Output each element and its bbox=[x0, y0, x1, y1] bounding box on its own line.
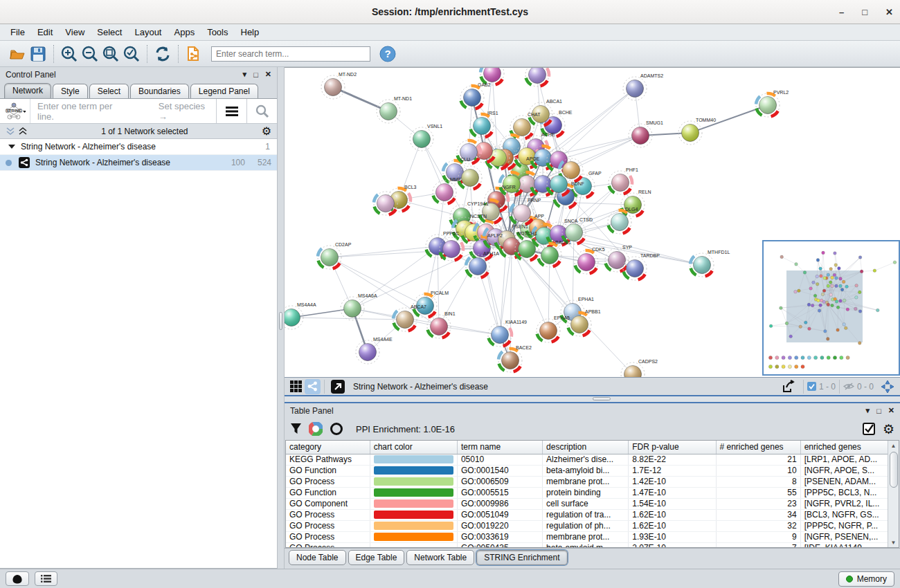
tab-edge-table[interactable]: Edge Table bbox=[348, 550, 405, 565]
chart-color-cell[interactable] bbox=[370, 487, 457, 498]
collapse-all-icon[interactable] bbox=[6, 127, 15, 136]
cell[interactable]: 34 bbox=[716, 509, 800, 520]
cell[interactable]: GO:0019220 bbox=[457, 520, 542, 531]
network-canvas[interactable]: MT-ND2MT-ND1VSNL1GAB2IRS1CHATBCHEACHEAPO… bbox=[285, 67, 900, 377]
cell[interactable]: 9 bbox=[716, 531, 800, 542]
column-header--enriched-genes[interactable]: # enriched genes bbox=[716, 441, 800, 454]
cell[interactable]: [BCL3, NGFR, GS... bbox=[800, 509, 889, 520]
network-options-gear-icon[interactable]: ⚙ bbox=[262, 125, 271, 138]
cell[interactable]: 8.82E-22 bbox=[629, 454, 716, 465]
checkbox-icon[interactable] bbox=[807, 382, 816, 391]
tab-legend-panel[interactable]: Legend Panel bbox=[190, 84, 258, 98]
column-header-FDR-p-value[interactable]: FDR p-value bbox=[629, 441, 716, 454]
cell[interactable]: GO Process bbox=[286, 531, 370, 542]
cell[interactable]: GO Function bbox=[286, 487, 370, 498]
table-row[interactable]: GO ComponentGO:0009986cell surface1.54E-… bbox=[286, 498, 890, 509]
network-node-cadps2[interactable] bbox=[621, 362, 645, 377]
network-node-mt-nd1[interactable] bbox=[377, 100, 400, 123]
cell[interactable]: 23 bbox=[716, 498, 800, 509]
cell[interactable]: GO:0006509 bbox=[457, 476, 542, 487]
cell[interactable]: GO Process bbox=[286, 476, 370, 487]
network-node-adamts2[interactable] bbox=[623, 77, 647, 100]
tab-network-table[interactable]: Network Table bbox=[406, 550, 474, 565]
table-row[interactable]: GO ProcessGO:0050435beta-amyloid m...2.0… bbox=[286, 542, 890, 548]
cell[interactable]: beta-amyloid bi... bbox=[543, 465, 629, 476]
fullscreen-view-button[interactable] bbox=[328, 379, 348, 394]
network-edge[interactable] bbox=[399, 139, 422, 200]
panel-menu-icon[interactable]: ▾ bbox=[243, 70, 247, 79]
cell[interactable]: 55 bbox=[716, 487, 800, 498]
chart-color-cell[interactable] bbox=[370, 531, 457, 542]
cell[interactable]: protein binding bbox=[543, 487, 629, 498]
cell[interactable]: [NGFR, PSENEN,... bbox=[800, 531, 889, 542]
cell[interactable]: KEGG Pathways bbox=[286, 454, 370, 465]
menu-tools[interactable]: Tools bbox=[201, 25, 234, 39]
cell[interactable]: GO Component bbox=[286, 498, 370, 509]
cell[interactable]: [PSENEN, ADAM... bbox=[800, 476, 889, 487]
scroll-thumb[interactable] bbox=[890, 452, 898, 488]
enrichment-table[interactable]: categorychart colorterm namedescriptionF… bbox=[286, 441, 890, 548]
chart-color-cell[interactable] bbox=[370, 542, 457, 548]
column-header-term-name[interactable]: term name bbox=[457, 441, 542, 454]
column-header-description[interactable]: description bbox=[543, 441, 629, 454]
cell[interactable]: 1.62E-10 bbox=[629, 509, 716, 520]
birdseye-toggle-button[interactable] bbox=[878, 379, 897, 394]
close-button[interactable]: ✕ bbox=[885, 7, 893, 17]
draw-charts-icon[interactable] bbox=[309, 422, 323, 436]
app-manager-button[interactable] bbox=[6, 571, 29, 586]
open-file-button[interactable] bbox=[7, 44, 28, 64]
scroll-up-arrow[interactable]: ▲ bbox=[889, 441, 899, 450]
maximize-button[interactable]: □ bbox=[862, 7, 867, 17]
network-node[interactable] bbox=[521, 68, 553, 91]
cell[interactable]: GO Function bbox=[286, 465, 370, 476]
cell[interactable]: membrane prot... bbox=[543, 476, 629, 487]
string-source-dropdown[interactable]: STRING bbox=[0, 99, 30, 123]
cell[interactable]: GO:0005515 bbox=[457, 487, 542, 498]
menu-apps[interactable]: Apps bbox=[168, 25, 201, 39]
memory-button[interactable]: Memory bbox=[838, 571, 894, 587]
float-panel-icon[interactable]: □ bbox=[253, 71, 258, 79]
close-panel-icon[interactable]: ✕ bbox=[265, 70, 271, 79]
table-float-icon[interactable]: □ bbox=[876, 407, 881, 415]
cell[interactable]: GO:0051049 bbox=[457, 509, 542, 520]
network-edge[interactable] bbox=[330, 257, 439, 327]
horizontal-splitter[interactable] bbox=[285, 396, 900, 402]
network-edge[interactable] bbox=[510, 246, 512, 360]
network-node-mt-nd2[interactable] bbox=[321, 75, 345, 99]
cell[interactable]: beta-amyloid m... bbox=[543, 542, 629, 548]
cell[interactable]: 05010 bbox=[457, 454, 542, 465]
string-options-button[interactable] bbox=[216, 99, 246, 123]
vertical-splitter[interactable] bbox=[277, 67, 285, 569]
minimize-button[interactable]: – bbox=[839, 7, 844, 17]
eye-off-icon[interactable] bbox=[843, 382, 854, 391]
cell[interactable]: regulation of ph... bbox=[543, 520, 629, 531]
string-term-input[interactable]: Enter one term per line. Set species → bbox=[30, 101, 216, 122]
cell[interactable]: GO:0050435 bbox=[457, 542, 542, 548]
chart-color-cell[interactable] bbox=[370, 509, 457, 520]
cell[interactable]: 1.93E-10 bbox=[629, 531, 716, 542]
network-node-tomm40[interactable] bbox=[678, 121, 702, 145]
menu-file[interactable]: File bbox=[4, 25, 31, 39]
tab-string-enrichment[interactable]: STRING Enrichment bbox=[476, 550, 567, 565]
cell[interactable]: 8 bbox=[716, 476, 800, 487]
network-collection-row[interactable]: String Network - Alzheimer's disease 1 bbox=[0, 139, 277, 155]
zoom-selected-button[interactable] bbox=[121, 44, 142, 64]
cell[interactable]: [NGFR, PVRL2, IL... bbox=[800, 498, 889, 509]
select-rows-icon[interactable] bbox=[863, 423, 876, 436]
help-button[interactable]: ? bbox=[377, 44, 398, 64]
tab-style[interactable]: Style bbox=[53, 84, 88, 98]
cell[interactable]: [PPP5C, BCL3, N... bbox=[800, 487, 889, 498]
set-species-hint[interactable]: Set species → bbox=[159, 101, 216, 122]
table-row[interactable]: GO FunctionGO:0001540beta-amyloid bi...1… bbox=[286, 465, 890, 476]
reset-charts-icon[interactable] bbox=[330, 422, 343, 436]
table-scrollbar[interactable]: ▲ ▼ bbox=[888, 441, 899, 547]
cell[interactable]: 32 bbox=[716, 520, 800, 531]
network-node-smug1[interactable] bbox=[629, 124, 652, 147]
save-session-button[interactable] bbox=[28, 44, 48, 64]
cell[interactable]: [LRP1, APOE, AD... bbox=[800, 454, 889, 465]
network-node-vsnl1[interactable] bbox=[410, 127, 433, 151]
table-row[interactable]: KEGG Pathways05010Alzheimer's dise...8.8… bbox=[286, 454, 890, 465]
table-row[interactable]: GO ProcessGO:0006509membrane prot...1.42… bbox=[286, 476, 890, 487]
filter-icon[interactable] bbox=[290, 423, 302, 435]
cell[interactable]: GO:0033619 bbox=[457, 531, 542, 542]
